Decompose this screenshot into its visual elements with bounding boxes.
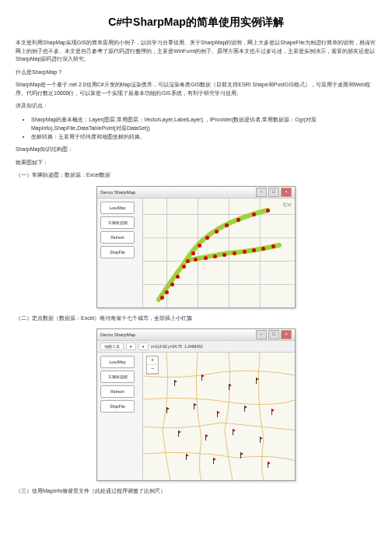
- flag-icon: [233, 429, 236, 432]
- flag-icon: [213, 458, 216, 461]
- knowledge-structure-title: SharpMap知识结构图：: [16, 146, 376, 154]
- refresh-button[interactable]: Refresh: [100, 231, 135, 244]
- knowledge-list: SharpMap的基本概念：Layer(图层,常用图层：VectorLayer,…: [31, 115, 376, 142]
- example2-label: （二）定点数据（数据源：Excel）将河南省十七个城市，全部插上小红旗: [16, 314, 376, 323]
- flag-icon: [256, 378, 259, 381]
- flag-icon: [217, 411, 220, 414]
- intro-paragraph: 本文是利用ShapMap实现GIS的简单应用的小例子，以供学习分享使用。关于Sh…: [16, 39, 376, 64]
- toolbar-item[interactable]: 地图工具: [100, 342, 124, 350]
- flag-icon: [178, 430, 181, 434]
- track-button[interactable]: 车辆轨迹图: [100, 216, 135, 229]
- flag-icon: [240, 452, 243, 455]
- track-button[interactable]: 车辆轨迹图: [100, 371, 135, 383]
- toolbar-dropdown[interactable]: ▾: [138, 342, 149, 350]
- refresh-button[interactable]: Refresh: [100, 385, 135, 398]
- flag-icon: [186, 454, 189, 457]
- maximize-button[interactable]: □: [268, 188, 279, 197]
- flag-icon: [260, 437, 263, 440]
- example1-label: （一）车辆轨迹图：数据源：Excel数据: [16, 171, 376, 180]
- toolbar: 地图工具 ▾ ▾ x=114.62 y=34.75 1:2469432: [97, 341, 295, 353]
- app-window-track: Demo SharpMap – □ × LoadMap 车辆轨迹图 Refres…: [96, 186, 296, 308]
- close-button[interactable]: ×: [281, 330, 292, 339]
- shapefile-button[interactable]: ShapFile: [100, 400, 135, 413]
- compass-icon: 北W: [282, 202, 292, 209]
- window-title: Demo SharpMap: [100, 190, 256, 195]
- zoom-out-icon[interactable]: −: [147, 365, 158, 374]
- flag-icon: [174, 380, 177, 383]
- flag-icon: [201, 374, 205, 378]
- flag-icon: [229, 384, 232, 387]
- coord-display: x=114.62 y=34.75: [151, 344, 182, 349]
- zoom-in-icon[interactable]: +: [147, 357, 158, 365]
- zoom-control[interactable]: + −: [146, 356, 159, 374]
- titlebar: Demo SharpMap – □ ×: [97, 329, 295, 341]
- sidebar: LoadMap 车辆轨迹图 Refresh ShapFile: [97, 353, 143, 480]
- question-title: 什么是SharpMap ?: [16, 68, 376, 77]
- minimize-button[interactable]: –: [256, 330, 267, 339]
- map-canvas[interactable]: 北W: [143, 198, 295, 307]
- question-body: SharpMap是一个基于.net 2.0使用C#开发的Map渲染类库，可以渲染…: [16, 81, 376, 97]
- load-map-button[interactable]: LoadMap: [100, 356, 135, 368]
- maximize-button[interactable]: □: [268, 330, 279, 339]
- toolbar-dropdown[interactable]: ▾: [126, 342, 136, 350]
- flag-icon: [268, 462, 271, 465]
- example3-label: （三）使用MapInfo做背景文件（此处通过程序调整了比例尺）: [16, 487, 376, 496]
- flag-icon: [205, 434, 208, 437]
- road-network: [143, 353, 295, 480]
- sidebar: LoadMap 车辆轨迹图 Refresh ShapFile: [97, 198, 143, 307]
- page-title: C#中SharpMap的简单使用实例详解: [16, 16, 376, 30]
- flag-icon: [194, 403, 197, 406]
- flag-icon: [166, 407, 170, 410]
- load-map-button[interactable]: LoadMap: [100, 202, 135, 214]
- effect-title: 效果图如下：: [16, 159, 376, 167]
- shapefile-button[interactable]: ShapFile: [100, 246, 135, 258]
- flag-icon: [271, 409, 275, 412]
- window-title: Demo SharpMap: [100, 332, 256, 337]
- zoom-display: 1:2469432: [184, 344, 203, 349]
- titlebar: Demo SharpMap – □ ×: [97, 187, 295, 198]
- app-window-flags: Demo SharpMap – □ × 地图工具 ▾ ▾ x=114.62 y=…: [96, 328, 296, 481]
- list-item: SharpMap的基本概念：Layer(图层,常用图层：VectorLayer,…: [31, 115, 376, 132]
- close-button[interactable]: ×: [281, 188, 292, 197]
- involve-title: 涉及知识点：: [16, 102, 376, 111]
- minimize-button[interactable]: –: [256, 188, 267, 197]
- flag-icon: [244, 406, 247, 409]
- map-canvas[interactable]: + −: [143, 353, 295, 480]
- list-item: 坐标转换：主要用于经纬度和地图坐标的转换。: [31, 132, 376, 141]
